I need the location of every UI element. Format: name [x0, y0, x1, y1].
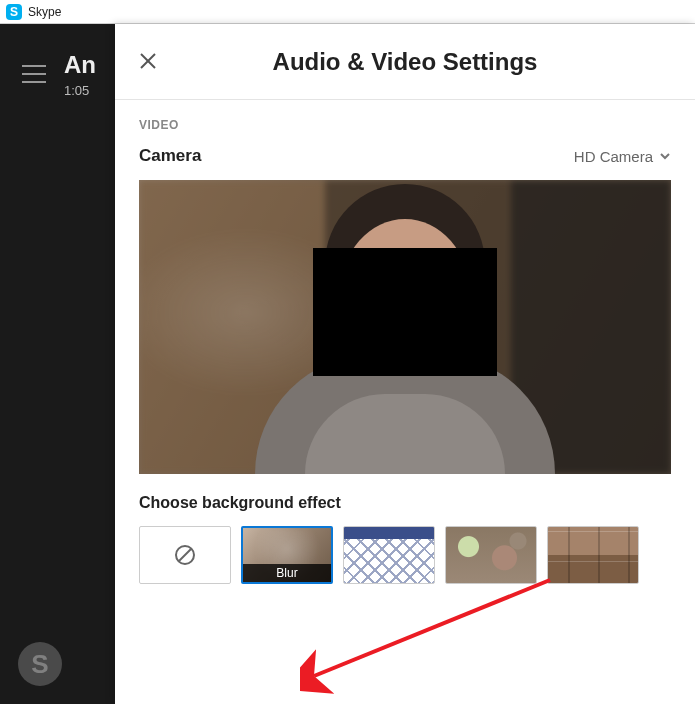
settings-panel: Audio & Video Settings VIDEO Camera HD C… [115, 24, 695, 704]
close-button[interactable] [139, 50, 179, 74]
prohibit-icon [173, 543, 197, 567]
call-info: An 1:05 [64, 51, 96, 98]
effect-background-4[interactable] [547, 526, 639, 584]
face-redaction [313, 248, 497, 376]
svg-line-3 [179, 549, 191, 561]
contact-name: An [64, 51, 96, 79]
effect-background-2[interactable] [343, 526, 435, 584]
background-effects-row: Blur [139, 526, 671, 584]
menu-icon[interactable] [22, 65, 46, 83]
background-effect-label: Choose background effect [139, 494, 671, 512]
skype-watermark-icon: S [18, 642, 62, 686]
camera-selected-value: HD Camera [574, 148, 653, 165]
camera-select[interactable]: HD Camera [574, 148, 671, 165]
video-section-label: VIDEO [139, 118, 671, 132]
skype-logo-icon: S [6, 4, 22, 20]
effect-none[interactable] [139, 526, 231, 584]
panel-body: VIDEO Camera HD Camera Choose background… [115, 100, 695, 584]
chevron-down-icon [659, 150, 671, 162]
close-icon [139, 52, 157, 70]
app-title: Skype [28, 5, 61, 19]
effect-background-3[interactable] [445, 526, 537, 584]
panel-title: Audio & Video Settings [179, 48, 631, 76]
effect-blur-label: Blur [243, 564, 331, 582]
call-topbar: An 1:05 [0, 44, 96, 104]
camera-row: Camera HD Camera [139, 146, 671, 166]
camera-label: Camera [139, 146, 201, 166]
camera-preview [139, 180, 671, 474]
panel-header: Audio & Video Settings [115, 24, 695, 100]
effect-blur[interactable]: Blur [241, 526, 333, 584]
window-titlebar: S Skype [0, 0, 695, 24]
call-duration: 1:05 [64, 83, 96, 98]
